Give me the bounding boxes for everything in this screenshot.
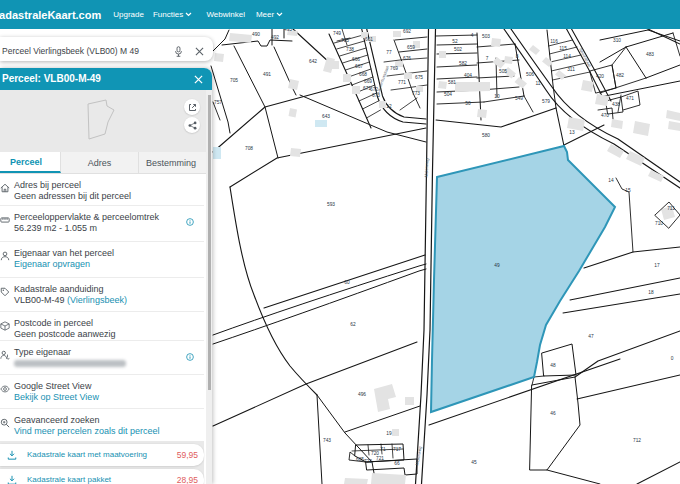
- svg-text:769: 769: [390, 66, 398, 71]
- svg-text:771: 771: [398, 80, 406, 85]
- svg-text:757: 757: [214, 100, 222, 105]
- svg-text:667: 667: [355, 64, 363, 69]
- svg-text:50: 50: [465, 101, 471, 106]
- svg-text:471: 471: [626, 96, 634, 101]
- svg-text:45: 45: [471, 460, 477, 465]
- svg-text:470: 470: [601, 113, 609, 118]
- svg-text:10: 10: [494, 94, 500, 99]
- svg-text:66: 66: [394, 461, 400, 466]
- svg-text:18: 18: [648, 290, 654, 295]
- svg-text:19: 19: [386, 431, 392, 436]
- svg-text:705: 705: [230, 78, 238, 83]
- svg-text:721: 721: [376, 456, 384, 461]
- svg-text:642: 642: [309, 59, 317, 64]
- svg-text:503: 503: [482, 34, 490, 39]
- svg-text:0: 0: [671, 356, 674, 361]
- svg-text:15: 15: [625, 188, 631, 193]
- svg-text:60: 60: [344, 280, 350, 285]
- svg-text:643: 643: [322, 114, 330, 119]
- svg-text:420: 420: [596, 74, 604, 79]
- svg-text:659: 659: [407, 45, 415, 50]
- svg-text:581: 581: [448, 80, 456, 85]
- svg-text:708: 708: [245, 146, 253, 151]
- svg-text:48: 48: [550, 363, 556, 368]
- svg-text:438: 438: [612, 102, 620, 107]
- svg-text:549: 549: [515, 96, 523, 101]
- svg-text:735: 735: [341, 38, 349, 43]
- svg-text:46: 46: [550, 411, 556, 416]
- svg-text:62: 62: [350, 322, 356, 327]
- svg-text:483: 483: [646, 52, 654, 57]
- svg-text:661: 661: [365, 37, 373, 42]
- svg-text:738: 738: [346, 47, 354, 52]
- svg-text:749: 749: [333, 31, 341, 36]
- svg-text:496: 496: [358, 392, 366, 397]
- svg-text:8: 8: [516, 54, 519, 59]
- svg-text:580: 580: [482, 133, 490, 138]
- svg-text:582: 582: [459, 61, 467, 66]
- svg-text:743: 743: [323, 438, 331, 443]
- svg-text:12: 12: [386, 104, 392, 109]
- svg-text:579: 579: [542, 99, 550, 104]
- svg-text:492: 492: [271, 35, 279, 40]
- svg-text:77: 77: [386, 50, 392, 55]
- svg-text:676: 676: [403, 56, 411, 61]
- svg-text:722: 722: [364, 459, 372, 464]
- svg-text:717: 717: [393, 447, 401, 452]
- svg-text:7: 7: [486, 56, 489, 61]
- svg-text:11: 11: [536, 81, 541, 86]
- svg-text:13: 13: [569, 130, 575, 135]
- svg-text:491: 491: [263, 72, 271, 77]
- svg-text:311: 311: [567, 67, 575, 72]
- svg-text:675: 675: [415, 75, 423, 80]
- svg-text:712: 712: [633, 438, 641, 443]
- svg-text:669: 669: [364, 79, 372, 84]
- svg-text:668: 668: [359, 72, 367, 77]
- svg-text:47: 47: [588, 334, 594, 339]
- svg-text:4: 4: [471, 33, 474, 38]
- svg-text:17: 17: [654, 263, 660, 268]
- svg-text:116: 116: [550, 39, 558, 44]
- svg-text:504: 504: [444, 92, 452, 97]
- svg-text:404: 404: [464, 73, 472, 78]
- svg-text:310: 310: [613, 38, 621, 43]
- svg-text:685: 685: [356, 457, 364, 462]
- svg-text:52: 52: [452, 39, 458, 44]
- svg-text:115: 115: [559, 46, 567, 51]
- svg-text:666: 666: [352, 57, 360, 62]
- svg-text:506: 506: [526, 72, 534, 77]
- svg-text:692: 692: [403, 29, 411, 34]
- svg-text:502: 502: [454, 47, 462, 52]
- svg-text:711: 711: [667, 206, 675, 211]
- svg-text:71: 71: [380, 447, 386, 452]
- svg-text:773: 773: [412, 91, 420, 96]
- svg-text:505: 505: [499, 69, 507, 74]
- svg-text:49: 49: [494, 263, 500, 268]
- svg-text:490: 490: [252, 32, 260, 37]
- svg-text:Molenweg: Molenweg: [424, 158, 430, 178]
- svg-text:14: 14: [608, 178, 614, 183]
- svg-text:114: 114: [563, 54, 571, 59]
- svg-text:710: 710: [655, 221, 663, 226]
- svg-text:482: 482: [616, 73, 624, 78]
- svg-text:593: 593: [327, 202, 335, 207]
